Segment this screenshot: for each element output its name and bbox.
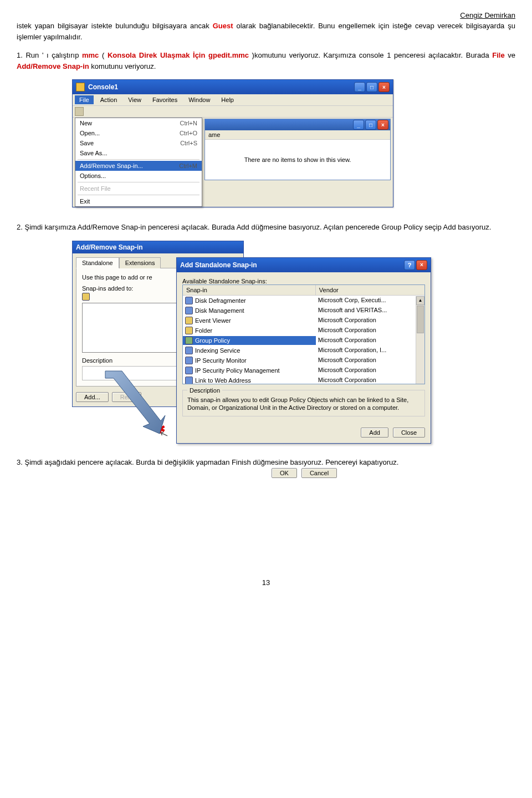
standalone-title: Add Standalone Snap-in [180,261,257,269]
step1-t1: Run ' ı çalıştırıp [23,51,82,59]
row-ipsec-pol[interactable]: IP Security Policy ManagementMicrosoft C… [183,365,424,375]
desc-legend: Description [187,387,222,394]
label-available: Available Standalone Snap-ins: [182,278,425,284]
inner-minimize[interactable]: _ [353,120,364,130]
step2-num: 2. [17,223,23,231]
menu-recent: Recent File [75,184,202,194]
file-dropdown: NewCtrl+N Open...Ctrl+O SaveCtrl+S Save … [73,118,202,207]
row-ipsec-mon[interactable]: IP Security MonitorMicrosoft Corporation [183,355,424,365]
console1-window: Console1 _ □ × File Action View Favorite… [72,79,393,207]
menu-open[interactable]: Open...Ctrl+O [75,128,202,138]
ipsec-pol-icon [185,367,193,374]
step1-konsola: Konsola Direk Ulaşmak İçin gpedit.mmc [108,51,249,59]
disk-mgmt-icon [185,307,193,314]
snapin-rows: Disk DefragmenterMicrosoft Corp, Executi… [183,296,424,384]
row-indexing[interactable]: Indexing ServiceMicrosoft Corporation, I… [183,345,424,355]
step2-text: Şimdi karşımıza Add/Remove Snap-in pence… [23,223,491,231]
add-button[interactable]: Add... [76,392,109,402]
menu-view[interactable]: View [124,95,146,104]
snapin-screenshot: Add/Remove Snap-in Standalone Extensions… [72,241,449,407]
scroll-thumb[interactable] [417,306,424,333]
inner-close[interactable]: × [377,120,388,130]
row-folder[interactable]: FolderMicrosoft Corporation [183,326,424,336]
standalone-titlebar: Add Standalone Snap-in ? × [177,258,431,272]
step1-t2: ( [99,51,108,59]
col-vendor[interactable]: Vendor [316,285,424,295]
window-buttons: _ □ × [354,82,390,92]
console-toolbar [73,106,393,118]
page-number: 13 [17,578,515,587]
addremove-title: Add/Remove Snap-in [76,243,143,251]
console-root-icon [82,293,90,301]
link-web-icon [185,377,193,384]
console-menubar: File Action View Favorites Window Help [73,94,393,106]
row-link-web[interactable]: Link to Web AddressMicrosoft Corporation [183,375,424,384]
standalone-close[interactable]: × [416,260,427,270]
remove-button: Rem [112,392,141,402]
standalone-buttons: Add Close [177,422,431,443]
row-disk-defrag[interactable]: Disk DefragmenterMicrosoft Corp, Executi… [183,296,424,306]
intro-guest: Guest [213,22,233,30]
addremove-titlebar: Add/Remove Snap-in [73,241,243,253]
desc-text: This snap-in allows you to edit Group Po… [187,396,420,412]
author-name: Cengiz Demirkan [17,11,515,19]
disk-defrag-icon [185,297,193,304]
col-snapin[interactable]: Snap-in [183,285,316,295]
inner-window: _ □ × ame There are no items to show in … [204,119,391,180]
intro-pre: istek yapan bilgisayar istekte bulunduğu… [17,22,213,30]
menu-exit[interactable]: Exit [75,196,202,206]
tab-extensions[interactable]: Extensions [119,257,161,268]
description-fieldset: Description This snap-in allows you to e… [182,390,425,417]
step3-num: 3. [17,458,23,466]
step3-text: Şimdi aşağıdaki pencere açılacak. Burda … [23,458,399,466]
menu-new[interactable]: NewCtrl+N [75,118,202,128]
inner-maximize[interactable]: □ [365,120,376,130]
group-policy-icon [185,337,193,344]
maximize-button[interactable]: □ [366,82,377,92]
row-event-viewer[interactable]: Event ViewerMicrosoft Corporation [183,316,424,326]
step1-mmc: mmc [82,51,99,59]
console1-title: Console1 [88,83,118,91]
intro-paragraph: istek yapan bilgisayar istekte bulunduğu… [17,21,515,42]
ipsec-mon-icon [185,357,193,364]
scroll-up[interactable]: ▲ [416,296,424,305]
minimize-button[interactable]: _ [354,82,365,92]
snapin-listbox[interactable]: Snap-in Vendor Disk DefragmenterMicrosof… [182,284,425,384]
row-disk-mgmt[interactable]: Disk ManagementMicrosoft and VERITAS... [183,306,424,316]
menu-help[interactable]: Help [217,95,238,104]
folder-icon [185,327,193,334]
step-3: 3. Şimdi aşağıdaki pencere açılacak. Bur… [17,457,515,468]
menu-favorites[interactable]: Favorites [148,95,182,104]
indexing-icon [185,347,193,354]
toolbar-icon[interactable] [75,107,84,116]
step1-addremove: Add/Remove Snap-in [17,62,89,70]
tab-standalone[interactable]: Standalone [76,257,119,268]
menu-file[interactable]: File [75,95,94,104]
step1-t4: ve [505,51,515,59]
step1-t5: komutunu veriyoruz. [89,62,156,70]
standalone-close-button[interactable]: Close [393,428,425,438]
menu-save[interactable]: SaveCtrl+S [75,138,202,148]
help-button[interactable]: ? [404,260,415,270]
snapin-columns: Snap-in Vendor [183,285,424,296]
standalone-add-button[interactable]: Add [361,428,388,438]
row-group-policy[interactable]: Group PolicyMicrosoft Corporation [183,336,424,345]
console-icon [76,83,85,92]
menu-saveas[interactable]: Save As... [75,148,202,158]
cancel-button[interactable]: Cancel [301,468,337,478]
scrollbar[interactable]: ▲ [416,296,424,384]
menu-options[interactable]: Options... [75,171,202,181]
step1-t3: )komutunu veriyoruz. Karşımıza console 1… [249,51,492,59]
ok-button[interactable]: OK [272,468,297,478]
close-button[interactable]: × [378,82,390,92]
step1-num: 1. [17,51,23,59]
console1-titlebar: Console1 _ □ × [73,80,393,94]
event-viewer-icon [185,317,193,324]
inner-col-header: ame [205,130,390,140]
step-1: 1. Run ' ı çalıştırıp mmc ( Konsola Dire… [17,50,515,72]
step1-file: File [492,51,504,59]
menu-action[interactable]: Action [96,95,122,104]
menu-addremove-snapin[interactable]: Add/Remove Snap-in...Ctrl+M [75,161,202,171]
menu-window[interactable]: Window [184,95,214,104]
empty-message: There are no items to show in this view. [205,140,390,180]
